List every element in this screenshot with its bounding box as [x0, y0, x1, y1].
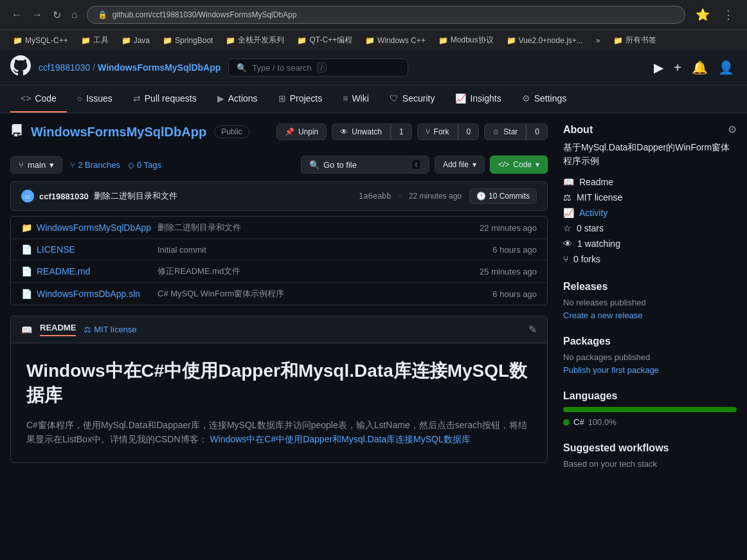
bookmark-tools[interactable]: 📁 工具 [76, 33, 114, 48]
tags-link[interactable]: ◇ 0 Tags [128, 160, 161, 170]
watching-count: 1 watching [577, 239, 620, 249]
readme-tab-active[interactable]: README [40, 323, 76, 336]
nav-item-settings[interactable]: ⚙ Settings [512, 86, 577, 113]
back-button[interactable]: ← [8, 6, 26, 24]
bookmark-more[interactable]: » [591, 33, 606, 48]
sidebar-link-readme[interactable]: 📖 Readme [563, 176, 737, 188]
file-name[interactable]: README.md [37, 266, 152, 276]
go-to-file-button[interactable]: 🔍 Go to file t [301, 156, 429, 174]
nav-item-security-label: Security [402, 93, 435, 104]
address-bar[interactable]: 🔒 github.com/ccf19881030/WindowsFormsMyS… [87, 6, 685, 24]
breadcrumb-repo[interactable]: WindowsFormsMySqlDbApp [98, 62, 221, 73]
add-file-button[interactable]: Add file ▾ [435, 156, 485, 174]
nav-item-security[interactable]: 🛡 Security [379, 86, 446, 113]
readme-link[interactable]: Windows中在C#中使用Dapper和Mysql.Data库连接MySQL数… [210, 434, 470, 444]
activity-link[interactable]: Activity [579, 208, 608, 218]
star-count-button[interactable]: 0 [526, 123, 548, 140]
publish-package-link[interactable]: Publish your first package [563, 365, 659, 375]
sidebar-link-watching[interactable]: 👁 1 watching [563, 237, 737, 250]
license-link[interactable]: MIT license [577, 192, 622, 203]
nav-item-actions[interactable]: ▶ Actions [207, 86, 268, 113]
create-release-link[interactable]: Create a new release [563, 311, 643, 320]
file-commit: C# MySQL WinForm窗体示例程序 [158, 288, 487, 300]
commits-count-button[interactable]: 🕐 10 Commits [469, 188, 537, 204]
watch-count-button[interactable]: 1 [391, 123, 412, 140]
bookmark-vue[interactable]: 📁 Vue2.0+node.js+... [501, 33, 588, 48]
readme-edit-button[interactable]: ✎ [528, 323, 537, 336]
extensions-button[interactable]: ⭐ [690, 5, 715, 24]
bookmark-fullstack[interactable]: 📁 全栈开发系列 [221, 33, 289, 48]
home-button[interactable]: ⌂ [68, 6, 82, 24]
reload-button[interactable]: ↻ [49, 6, 65, 24]
star-label: Star [503, 127, 518, 136]
unwatch-button[interactable]: 👁 Unwatch [332, 123, 390, 140]
bookmark-icon: 📁 [163, 36, 172, 45]
lang-pct: 100.0% [588, 417, 616, 427]
breadcrumb-user[interactable]: ccf19881030 [39, 62, 90, 73]
search-kbd: / [317, 62, 327, 73]
commit-sha[interactable]: 1a6eabb [359, 192, 392, 201]
search-icon: 🔍 [309, 160, 320, 170]
code-button[interactable]: </> Code ▾ [490, 156, 548, 174]
github-logo[interactable] [10, 55, 31, 80]
nav-item-projects[interactable]: ⊞ Projects [268, 86, 333, 113]
repo-name[interactable]: WindowsFormsMySqlDbApp [31, 125, 206, 140]
nav-item-projects-label: Projects [290, 93, 323, 104]
nav-item-issues[interactable]: ○ Issues [67, 86, 123, 113]
sidebar-link-stars[interactable]: ☆ 0 stars [563, 222, 737, 235]
branch-selector[interactable]: ⑂ main ▾ [10, 156, 62, 174]
unpin-button[interactable]: 📌 Unpin [276, 123, 327, 140]
file-name[interactable]: LICENSE [37, 244, 152, 255]
file-name[interactable]: WindowsFormsDbApp.sln [37, 289, 152, 299]
sidebar-link-activity[interactable]: 📈 Activity [563, 206, 737, 219]
bookmark-label: QT-C++编程 [309, 35, 352, 46]
bookmark-mysql-cpp[interactable]: 📁 MySQL-C++ [8, 33, 73, 48]
add-button[interactable]: + [671, 58, 684, 78]
branches-link[interactable]: ⑂ 2 Branches [70, 160, 120, 170]
sidebar-link-forks[interactable]: ⑂ 0 forks [563, 253, 737, 266]
sidebar-links: 📖 Readme ⚖ MIT license 📈 Activity ☆ 0 st… [563, 176, 737, 266]
actions-icon: ▶ [217, 93, 224, 104]
bookmark-all[interactable]: 📁 所有书签 [608, 33, 662, 48]
forward-button[interactable]: → [28, 6, 46, 24]
file-table: 📁 WindowsFormsMySqlDbApp 删除二进制目录和文件 22 m… [10, 216, 548, 305]
bookmark-java[interactable]: 📁 Java [116, 33, 155, 48]
settings-icon: ⚙ [522, 93, 530, 104]
bookmark-icon: 📁 [226, 36, 235, 45]
notifications-button[interactable]: 🔔 [689, 57, 710, 78]
branch-icon: ⑂ [19, 160, 24, 170]
star-button[interactable]: ☆ Star [484, 123, 526, 140]
bookmark-springboot[interactable]: 📁 SpringBoot [158, 33, 218, 48]
readme-tab-license[interactable]: ⚖ MIT license [84, 325, 136, 334]
releases-title: Releases [563, 281, 737, 293]
commit-author[interactable]: ccf19881030 [39, 192, 89, 201]
bookmark-windows-cpp[interactable]: 📁 Windows C++ [360, 33, 431, 48]
bookmark-modbus[interactable]: 📁 Modbus协议 [433, 33, 499, 48]
file-name[interactable]: WindowsFormsMySqlDbApp [37, 222, 152, 233]
star-icon: ☆ [492, 127, 500, 136]
eye-icon: 👁 [563, 239, 572, 249]
star-count: 0 [535, 127, 539, 136]
fork-icon: ⑂ [426, 127, 430, 136]
language-item: C# 100.0% [563, 417, 737, 427]
fork-count-button[interactable]: 0 [458, 123, 480, 140]
avatar-button[interactable]: 👤 [716, 57, 737, 78]
nav-item-wiki[interactable]: ≡ Wiki [332, 86, 379, 113]
commit-message[interactable]: 删除二进制目录和文件 [94, 190, 177, 202]
nav-item-code-label: Code [35, 93, 56, 104]
nav-item-pullrequests[interactable]: ⇄ Pull requests [123, 86, 207, 113]
terminal-button[interactable]: ▶ [651, 57, 666, 78]
more-button[interactable]: ⋮ [717, 5, 739, 24]
fork-button[interactable]: ⑂ Fork [417, 123, 458, 140]
book-icon: 📖 [563, 177, 574, 187]
sidebar-link-license[interactable]: ⚖ MIT license [563, 191, 737, 204]
nav-item-insights[interactable]: 📈 Insights [445, 86, 511, 113]
github-header: ccf19881030 / WindowsFormsMySqlDbApp 🔍 T… [0, 50, 747, 86]
nav-item-code[interactable]: <> Code [10, 86, 67, 113]
about-gear-button[interactable]: ⚙ [728, 123, 737, 136]
readme-link[interactable]: Readme [579, 177, 613, 187]
search-bar[interactable]: 🔍 Type / to search / [228, 59, 408, 77]
bookmark-qt[interactable]: 📁 QT-C++编程 [292, 33, 357, 48]
insights-icon: 📈 [455, 93, 466, 104]
bookmark-icon: 📁 [507, 36, 516, 45]
